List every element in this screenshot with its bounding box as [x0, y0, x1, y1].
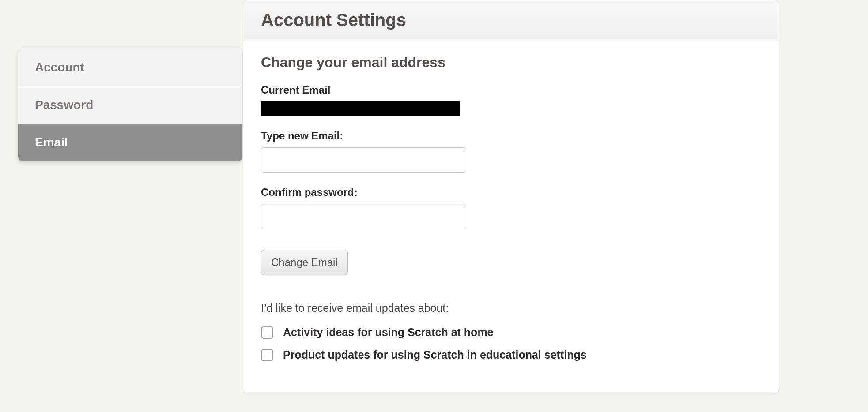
prefs-intro: I’d like to receive email updates about: — [261, 302, 761, 315]
panel-header: Account Settings — [243, 0, 779, 41]
settings-sidebar: Account Password Email — [18, 49, 243, 161]
confirm-password-label: Confirm password: — [261, 186, 761, 199]
page-title: Account Settings — [261, 10, 761, 30]
pref-label-activity[interactable]: Activity ideas for using Scratch at home — [283, 326, 494, 339]
settings-panel: Account Settings Change your email addre… — [243, 0, 779, 393]
sidebar-item-email[interactable]: Email — [18, 124, 242, 161]
pref-row-product: Product updates for using Scratch in edu… — [261, 348, 761, 361]
pref-label-product[interactable]: Product updates for using Scratch in edu… — [283, 348, 587, 361]
change-email-button[interactable]: Change Email — [261, 250, 348, 275]
new-email-input[interactable] — [261, 147, 466, 173]
sidebar-item-account[interactable]: Account — [18, 49, 242, 86]
section-heading: Change your email address — [261, 54, 761, 71]
pref-row-activity: Activity ideas for using Scratch at home — [261, 326, 761, 339]
current-email-label: Current Email — [261, 84, 761, 96]
new-email-label: Type new Email: — [261, 130, 761, 142]
confirm-password-input[interactable] — [261, 204, 466, 229]
pref-checkbox-activity[interactable] — [261, 326, 273, 339]
pref-checkbox-product[interactable] — [261, 349, 273, 361]
sidebar-item-password[interactable]: Password — [18, 86, 242, 124]
current-email-value — [261, 101, 460, 116]
panel-body: Change your email address Current Email … — [243, 41, 779, 393]
